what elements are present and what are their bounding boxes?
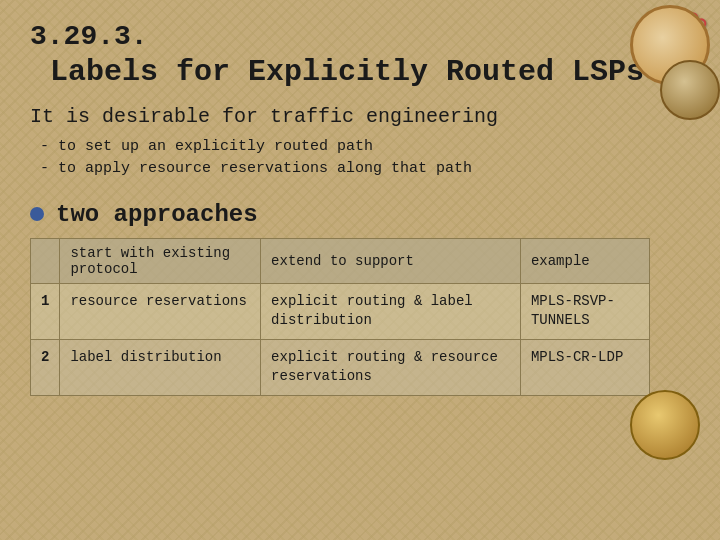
- title-section: 3.29.3. Labels for Explicitly Routed LSP…: [30, 20, 690, 90]
- row2-col3: MPLS-CR-LDP: [520, 339, 649, 395]
- approaches-header: two approaches: [30, 201, 690, 228]
- row1-col3: MPLS-RSVP-TUNNELS: [520, 283, 649, 339]
- bullet-2: - to apply resource reservations along t…: [40, 158, 690, 181]
- approaches-table: start with existing protocol extend to s…: [30, 238, 650, 396]
- deco-circle-2: [660, 60, 720, 120]
- bullet-1: - to set up an explicitly routed path: [40, 136, 690, 159]
- col-header-extend: extend to support: [261, 238, 521, 283]
- row2-col1: label distribution: [60, 339, 261, 395]
- slide-number: 3.29.3.: [30, 20, 690, 54]
- table-wrapper: start with existing protocol extend to s…: [30, 238, 690, 396]
- table-row: 2 label distribution explicit routing & …: [31, 339, 650, 395]
- table-header-row: start with existing protocol extend to s…: [31, 238, 650, 283]
- slide-title: Labels for Explicitly Routed LSPs: [50, 54, 690, 90]
- table-row: 1 resource reservations explicit routing…: [31, 283, 650, 339]
- col-header-example: example: [520, 238, 649, 283]
- bullet-circle-icon: [30, 207, 44, 221]
- subtitle: It is desirable for traffic engineering: [30, 105, 690, 128]
- decorative-top-right: ❀: [600, 0, 720, 120]
- content-area: It is desirable for traffic engineering …: [30, 105, 690, 396]
- col-header-start: start with existing protocol: [60, 238, 261, 283]
- row2-col2: explicit routing & resource reservations: [261, 339, 521, 395]
- decorative-bottom-right: [630, 390, 710, 510]
- row1-col2: explicit routing & label distribution: [261, 283, 521, 339]
- row1-col1: resource reservations: [60, 283, 261, 339]
- row2-num: 2: [31, 339, 60, 395]
- col-header-num: [31, 238, 60, 283]
- approaches-text: two approaches: [56, 201, 258, 228]
- row1-num: 1: [31, 283, 60, 339]
- deco-circle-3: [630, 390, 700, 460]
